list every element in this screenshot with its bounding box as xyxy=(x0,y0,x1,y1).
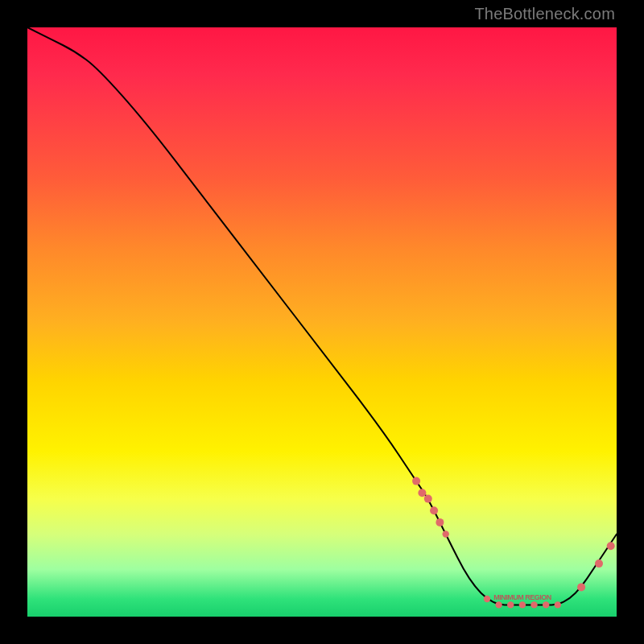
marker-point xyxy=(443,530,449,537)
marker-point xyxy=(436,518,444,526)
marker-group xyxy=(412,477,615,609)
chart-frame: MINIMUM REGION TheBottleneck.com xyxy=(0,0,644,644)
marker-point xyxy=(519,601,526,608)
marker-point xyxy=(418,489,426,497)
marker-point xyxy=(595,559,603,568)
flat-region-label: MINIMUM REGION xyxy=(493,593,551,601)
marker-point xyxy=(484,596,490,602)
marker-point xyxy=(543,601,549,608)
watermark-text: TheBottleneck.com xyxy=(474,5,615,23)
marker-point xyxy=(607,542,615,550)
marker-point xyxy=(495,601,502,608)
marker-point xyxy=(412,477,420,485)
marker-point xyxy=(555,601,561,608)
marker-point xyxy=(507,601,514,608)
marker-point xyxy=(430,506,438,514)
bottleneck-curve xyxy=(27,27,617,605)
curve-layer: MINIMUM REGION xyxy=(27,27,617,617)
plot-area: MINIMUM REGION xyxy=(27,27,617,617)
marker-point xyxy=(530,601,537,608)
marker-point xyxy=(424,495,432,503)
marker-point xyxy=(577,583,585,591)
